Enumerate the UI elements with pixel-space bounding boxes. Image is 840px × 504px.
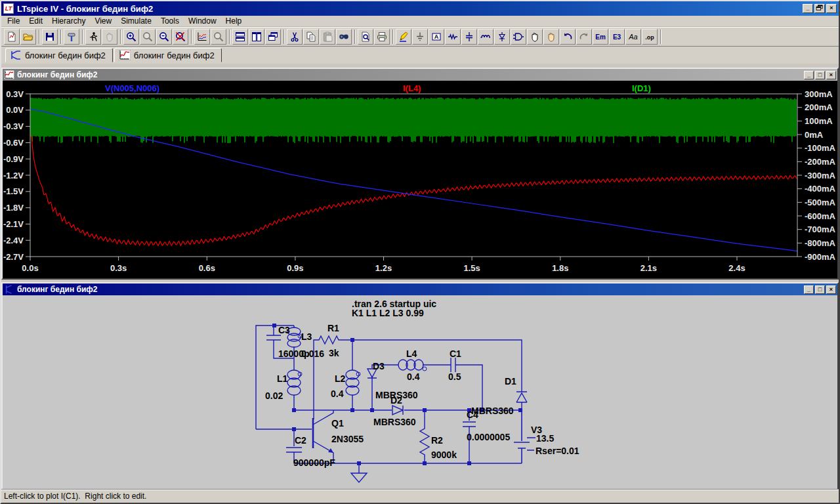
ref-C3: C3 <box>278 325 290 335</box>
zoom-in-button[interactable] <box>123 29 139 45</box>
capacitor-button[interactable] <box>461 29 477 45</box>
text-button[interactable]: Aa <box>625 29 641 45</box>
window-title: LTspice IV - блокинг бедин биф2 <box>17 4 803 14</box>
tile-vertical-button[interactable] <box>249 29 264 45</box>
val-C1: 0.5 <box>448 371 461 382</box>
menu-view[interactable]: View <box>90 16 116 26</box>
y-right-tick: -400mA <box>805 184 836 194</box>
drag-button[interactable] <box>543 29 559 45</box>
find-button[interactable] <box>336 29 352 45</box>
toolbar-separator <box>284 30 285 44</box>
inductor-button[interactable] <box>478 29 494 45</box>
minimize-button[interactable]: _ <box>803 4 813 13</box>
print-button[interactable] <box>374 29 390 45</box>
waveform-window-icon <box>4 70 14 79</box>
schematic-drawing[interactable]: .tran 2.6 startup uic K1 L1 L2 L3 0.99 C… <box>3 295 837 489</box>
plot-settings-icon <box>213 32 224 42</box>
net-label-icon: A <box>431 32 442 42</box>
svg-text:Em: Em <box>595 33 606 40</box>
schem-close-button[interactable]: × <box>826 285 836 294</box>
menu-hierarchy[interactable]: Hierarchy <box>47 16 90 26</box>
val-R2: 9000k <box>431 450 457 460</box>
menu-file[interactable]: File <box>3 16 24 26</box>
trace-label-0[interactable]: V(N005,N006) <box>105 83 159 93</box>
wave-minimize-button[interactable]: _ <box>804 71 814 79</box>
net-label-button[interactable]: A <box>429 29 444 45</box>
zoom-back-button[interactable] <box>140 29 156 45</box>
x-tick: 1.8s <box>552 263 568 273</box>
close-button[interactable]: × <box>826 4 837 13</box>
open-file-icon <box>23 32 33 42</box>
zoom-out-button[interactable] <box>156 29 172 45</box>
cascade-windows-icon <box>268 32 278 42</box>
plot-settings-button[interactable] <box>211 29 226 45</box>
ground-button[interactable] <box>412 29 428 45</box>
save-button[interactable] <box>42 29 58 45</box>
control-panel-button[interactable] <box>64 29 79 45</box>
status-text: Left-click to plot I(C1). Right click to… <box>4 492 146 501</box>
x-tick: 1.5s <box>463 263 480 273</box>
schematic-window-titlebar[interactable]: блокинг бедин биф2 _ □ × <box>3 284 837 295</box>
new-schematic-button[interactable] <box>4 29 20 45</box>
ref-L1: L1 <box>277 373 288 384</box>
tab-schematic[interactable]: блокинг бедин биф2 <box>5 48 113 62</box>
zoom-in-icon <box>126 32 136 42</box>
schem-minimize-button[interactable]: _ <box>804 285 814 294</box>
trace-label-1[interactable]: I(L4) <box>403 83 421 93</box>
schematic-canvas[interactable]: .tran 2.6 startup uic K1 L1 L2 L3 0.99 C… <box>3 295 837 489</box>
menu-help[interactable]: Help <box>221 16 247 26</box>
wire-button[interactable] <box>396 29 411 45</box>
zoom-full-extents-button[interactable] <box>173 29 188 45</box>
tab-label: блокинг бедин биф2 <box>25 51 106 60</box>
schem-maximize-button[interactable]: □ <box>815 285 825 294</box>
wave-close-button[interactable]: × <box>826 71 836 79</box>
ref-C2: C2 <box>295 435 306 446</box>
statusbar: Left-click to plot I(C1). Right click to… <box>1 489 839 503</box>
y-left-tick: -0.3V <box>3 121 24 131</box>
menu-tools[interactable]: Tools <box>156 16 184 26</box>
waveform-plot-area[interactable]: 0.3V0.0V-0.3V-0.6V-0.9V-1.2V-1.5V-1.8V-2… <box>3 81 837 278</box>
halt-button[interactable] <box>102 29 117 45</box>
cascade-windows-button[interactable] <box>265 29 281 45</box>
rotate-button[interactable]: E3 <box>609 29 625 45</box>
waveform-plot[interactable]: 0.3V0.0V-0.3V-0.6V-0.9V-1.2V-1.5V-1.8V-2… <box>3 81 837 278</box>
trace-label-2[interactable]: I(D1) <box>632 83 651 93</box>
menu-edit[interactable]: Edit <box>24 16 47 26</box>
coupling-directive[interactable]: K1 L1 L2 L3 0.99 <box>352 308 424 318</box>
main-titlebar[interactable]: LT LTspice IV - блокинг бедин биф2 _ × <box>1 1 839 16</box>
tab-label: блокинг бедин биф2 <box>134 51 215 60</box>
redo-button[interactable] <box>576 29 592 45</box>
copy-button[interactable] <box>303 29 319 45</box>
run-button[interactable] <box>85 29 101 45</box>
waveform-window-title: блокинг бедин биф2 <box>17 70 804 79</box>
tab-waveform[interactable]: блокинг бедин биф2 <box>114 48 222 62</box>
move-icon <box>530 32 540 42</box>
component-button[interactable] <box>511 29 526 45</box>
ref-C1: C1 <box>450 348 461 359</box>
waveform-window-titlebar[interactable]: блокинг бедин биф2 _ □ × <box>3 69 837 81</box>
menu-window[interactable]: Window <box>184 16 221 26</box>
undo-button[interactable] <box>560 29 576 45</box>
diode-button[interactable] <box>494 29 510 45</box>
resistor-button[interactable] <box>445 29 461 45</box>
cut-button[interactable] <box>287 29 303 45</box>
wave-maximize-button[interactable]: □ <box>815 71 825 79</box>
paste-button[interactable] <box>320 29 335 45</box>
y-right-tick: 0mA <box>805 130 824 140</box>
autorange-button[interactable] <box>194 29 210 45</box>
menu-simulate[interactable]: Simulate <box>116 16 156 26</box>
ref-D3: D3 <box>373 361 385 371</box>
spice-directive-button[interactable]: .op <box>642 29 658 45</box>
app-logo-icon: LT <box>3 3 14 14</box>
tile-vertical-icon <box>251 32 262 42</box>
mirror-button[interactable]: Em <box>593 29 608 45</box>
restore-button[interactable] <box>814 4 825 13</box>
svg-text:Aa: Aa <box>628 33 637 41</box>
open-file-button[interactable] <box>20 29 36 45</box>
print-preview-button[interactable] <box>358 29 373 45</box>
val-R1: 3k <box>329 348 339 358</box>
y-left-tick: -1.2V <box>3 171 24 180</box>
y-left-tick: -2.1V <box>3 219 24 229</box>
move-button[interactable] <box>527 29 543 45</box>
tile-horizontal-button[interactable] <box>232 29 248 45</box>
